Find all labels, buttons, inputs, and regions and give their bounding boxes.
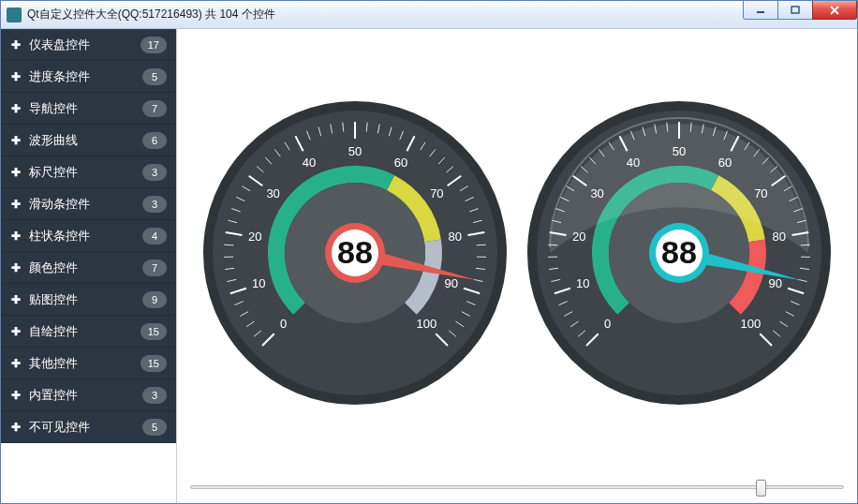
- window-body: ✚仪表盘控件17✚进度条控件5✚导航控件7✚波形曲线6✚标尺控件3✚滑动条控件3…: [1, 29, 857, 503]
- expand-icon: ✚: [10, 357, 22, 370]
- close-button[interactable]: [812, 1, 857, 20]
- expand-icon: ✚: [10, 325, 22, 338]
- expand-icon: ✚: [10, 198, 22, 211]
- svg-text:30: 30: [267, 186, 280, 200]
- sidebar-item-count: 5: [142, 419, 167, 436]
- expand-icon: ✚: [10, 102, 22, 115]
- sidebar-item-7[interactable]: ✚颜色控件7: [1, 252, 176, 284]
- sidebar-item-count: 17: [141, 37, 167, 53]
- expand-icon: ✚: [10, 389, 22, 402]
- sidebar-item-label: 导航控件: [29, 100, 142, 117]
- svg-text:0: 0: [280, 317, 287, 331]
- sidebar-item-6[interactable]: ✚柱状条控件4: [1, 220, 176, 252]
- sidebar-item-5[interactable]: ✚滑动条控件3: [1, 188, 176, 220]
- sidebar-item-count: 15: [141, 355, 167, 372]
- sidebar-item-0[interactable]: ✚仪表盘控件17: [1, 29, 176, 61]
- window-buttons: [744, 1, 857, 20]
- sidebar-item-label: 自绘控件: [29, 323, 141, 340]
- sidebar-item-label: 颜色控件: [29, 259, 142, 276]
- svg-line-48: [477, 245, 486, 245]
- sidebar-item-label: 不可见控件: [29, 419, 142, 436]
- svg-text:10: 10: [576, 276, 589, 290]
- sidebar-item-12[interactable]: ✚不可见控件5: [1, 411, 176, 443]
- sidebar-item-count: 7: [142, 259, 167, 276]
- sidebar-item-label: 滑动条控件: [29, 196, 142, 213]
- sidebar-item-count: 3: [142, 164, 167, 181]
- svg-text:60: 60: [394, 156, 407, 170]
- sidebar-item-count: 4: [142, 228, 167, 245]
- minimize-button[interactable]: [743, 1, 778, 20]
- expand-icon: ✚: [10, 261, 22, 274]
- sidebar-item-count: 6: [142, 132, 167, 149]
- expand-icon: ✚: [10, 230, 22, 243]
- expand-icon: ✚: [10, 293, 22, 306]
- sidebar-item-count: 15: [141, 323, 167, 340]
- slider-row: [177, 477, 857, 503]
- slider-thumb[interactable]: [756, 480, 766, 497]
- sidebar-item-label: 贴图控件: [29, 291, 142, 308]
- sidebar-item-label: 进度条控件: [29, 68, 142, 85]
- svg-text:88: 88: [337, 234, 373, 270]
- sidebar-item-count: 3: [142, 387, 167, 404]
- sidebar-item-8[interactable]: ✚贴图控件9: [1, 284, 176, 316]
- sidebar-item-11[interactable]: ✚内置控件3: [1, 379, 176, 411]
- app-icon: [7, 7, 22, 22]
- sidebar-item-label: 其他控件: [29, 355, 141, 372]
- sidebar-item-label: 内置控件: [29, 387, 142, 404]
- svg-text:90: 90: [768, 276, 781, 290]
- svg-rect-1: [791, 7, 799, 13]
- svg-line-16: [225, 245, 234, 245]
- svg-text:88: 88: [661, 234, 697, 270]
- sidebar-item-9[interactable]: ✚自绘控件15: [1, 316, 176, 348]
- gauge-left: 010203040506070809010088: [200, 98, 510, 408]
- sidebar-item-4[interactable]: ✚标尺控件3: [1, 156, 176, 188]
- svg-text:90: 90: [445, 276, 458, 290]
- svg-text:100: 100: [740, 317, 761, 331]
- sidebar[interactable]: ✚仪表盘控件17✚进度条控件5✚导航控件7✚波形曲线6✚标尺控件3✚滑动条控件3…: [1, 29, 177, 503]
- sidebar-item-count: 9: [142, 291, 167, 308]
- svg-text:100: 100: [417, 317, 437, 331]
- maximize-button[interactable]: [777, 1, 813, 20]
- svg-text:50: 50: [348, 144, 362, 158]
- expand-icon: ✚: [10, 166, 22, 179]
- window-frame: Qt自定义控件大全(QQ:517216493) 共 104 个控件 ✚仪表盘控件…: [0, 0, 858, 504]
- value-slider[interactable]: [190, 485, 844, 489]
- sidebar-item-label: 波形曲线: [29, 132, 142, 149]
- svg-text:80: 80: [449, 230, 462, 244]
- sidebar-item-2[interactable]: ✚导航控件7: [1, 93, 176, 125]
- expand-icon: ✚: [10, 70, 22, 83]
- svg-text:0: 0: [604, 317, 611, 331]
- svg-text:20: 20: [248, 230, 261, 244]
- window-title: Qt自定义控件大全(QQ:517216493) 共 104 个控件: [27, 7, 275, 22]
- gauge-area: 010203040506070809010088 010203040506070…: [177, 29, 857, 477]
- sidebar-item-label: 仪表盘控件: [29, 37, 141, 53]
- svg-text:40: 40: [303, 156, 316, 170]
- svg-text:70: 70: [430, 186, 443, 200]
- sidebar-item-3[interactable]: ✚波形曲线6: [1, 125, 176, 156]
- sidebar-item-label: 标尺控件: [29, 164, 142, 181]
- expand-icon: ✚: [10, 134, 22, 147]
- sidebar-item-count: 5: [142, 68, 167, 85]
- svg-text:10: 10: [252, 276, 265, 290]
- sidebar-item-count: 3: [142, 196, 167, 213]
- expand-icon: ✚: [10, 421, 22, 434]
- sidebar-item-label: 柱状条控件: [29, 228, 142, 245]
- sidebar-item-count: 7: [142, 100, 167, 117]
- gauge-right: 010203040506070809010088: [525, 98, 834, 408]
- expand-icon: ✚: [10, 38, 22, 52]
- titlebar[interactable]: Qt自定义控件大全(QQ:517216493) 共 104 个控件: [1, 1, 857, 29]
- sidebar-item-10[interactable]: ✚其他控件15: [1, 348, 176, 379]
- sidebar-item-1[interactable]: ✚进度条控件5: [1, 61, 176, 93]
- main-panel: 010203040506070809010088 010203040506070…: [177, 29, 857, 503]
